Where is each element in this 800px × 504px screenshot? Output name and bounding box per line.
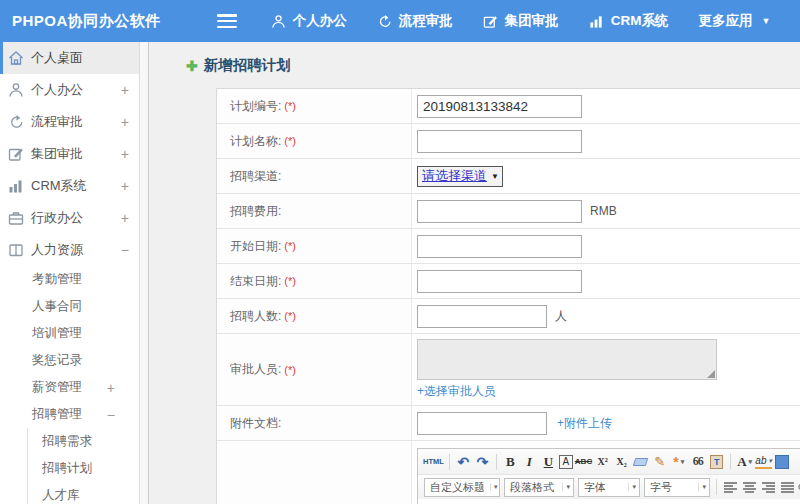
top-menu: 个人办公 流程审批 集团审批 CRM系统 更多应用 ▼	[271, 12, 771, 30]
nav-crm-system[interactable]: CRM系统	[589, 12, 669, 30]
sidebar-item-salary[interactable]: 薪资管理+	[0, 374, 139, 401]
expand-icon[interactable]: +	[121, 82, 129, 98]
attachment-input[interactable]	[417, 412, 547, 435]
briefcase-icon	[8, 210, 24, 226]
align-center-icon[interactable]	[741, 478, 758, 497]
italic-icon[interactable]: I	[521, 452, 538, 471]
format-painter-icon[interactable]: ✎	[651, 452, 668, 471]
custom-title-select[interactable]: 自定义标题▾	[424, 478, 500, 497]
sidebar-item-recruit-demand[interactable]: 招聘需求	[0, 428, 139, 455]
align-left-icon[interactable]	[722, 478, 739, 497]
sidebar-item-rewards[interactable]: 奖惩记录	[0, 347, 139, 374]
bold-icon[interactable]: B	[502, 452, 519, 471]
eraser-icon[interactable]	[632, 452, 649, 471]
plan-name-input[interactable]	[417, 130, 582, 153]
sidebar-item-recruit-mgmt[interactable]: 招聘管理−	[0, 401, 139, 428]
channel-select[interactable]: 请选择渠道 ▼	[417, 166, 503, 187]
app-logo: PHPOA协同办公软件	[0, 12, 171, 31]
sidebar-item-crm-system[interactable]: CRM系统 +	[0, 170, 139, 202]
font-color-icon[interactable]: A▾	[736, 452, 753, 471]
sidebar-item-group-approval[interactable]: 集团审批 +	[0, 138, 139, 170]
redo-icon[interactable]: ↷	[474, 452, 491, 471]
collapse-icon[interactable]: −	[107, 407, 115, 423]
expand-icon[interactable]: +	[121, 114, 129, 130]
editor-content-area[interactable]	[418, 499, 800, 504]
sidebar-item-recruit-plan[interactable]: 招聘计划	[0, 455, 139, 482]
recruit-submenu: 招聘需求 招聘计划 人才库	[0, 428, 139, 504]
align-justify-icon[interactable]	[779, 478, 796, 497]
superscript-icon[interactable]: X²	[594, 452, 611, 471]
home-icon	[8, 50, 24, 66]
row-recruit-channel: 招聘渠道: 请选择渠道 ▼	[217, 159, 800, 194]
sidebar-item-attendance[interactable]: 考勤管理	[0, 266, 139, 293]
edit-icon	[483, 14, 498, 29]
subscript-icon[interactable]: X₂	[613, 452, 630, 471]
nav-label: 更多应用	[699, 12, 753, 30]
row-recruit-fee: 招聘费用: RMB	[217, 194, 800, 229]
sidebar-scrollbar[interactable]	[140, 42, 149, 504]
add-icon: ✚	[186, 59, 198, 73]
row-end-date: 结束日期:(*)	[217, 264, 800, 299]
highlight-color-icon[interactable]: ab▾	[755, 455, 772, 469]
paragraph-format-select[interactable]: 段落格式▾	[504, 478, 574, 497]
blockquote-icon[interactable]: 66	[689, 452, 706, 471]
sidebar-item-personal-desktop[interactable]: 个人桌面	[0, 42, 139, 74]
hr-submenu: 考勤管理 人事合同 培训管理 奖惩记录 薪资管理+ 招聘管理−	[0, 266, 139, 428]
row-plan-name: 计划名称:(*)	[217, 124, 800, 159]
fee-input[interactable]	[417, 200, 582, 223]
book-icon	[8, 242, 24, 258]
expand-icon[interactable]: +	[121, 146, 129, 162]
undo-icon[interactable]: ↶	[455, 452, 472, 471]
bar-chart-icon	[589, 14, 604, 29]
sidebar-item-human-resources[interactable]: 人力资源 −	[0, 234, 139, 266]
sidebar-item-workflow-approval[interactable]: 流程审批 +	[0, 106, 139, 138]
approvers-textarea[interactable]	[417, 339, 717, 380]
flow-arrow-icon	[8, 114, 24, 130]
expand-icon[interactable]: +	[121, 178, 129, 194]
sidebar-item-talent-pool[interactable]: 人才库	[0, 482, 139, 504]
strikethrough-icon[interactable]: ABC	[575, 452, 592, 471]
row-headcount: 招聘人数:(*) 人	[217, 299, 800, 334]
page-title-text: 新增招聘计划	[204, 56, 291, 75]
paste-icon[interactable]: T	[708, 452, 725, 471]
caret-down-icon: ▼	[491, 172, 499, 181]
start-date-input[interactable]	[417, 235, 582, 258]
auto-typeset-icon[interactable]: *▾	[670, 452, 687, 471]
sidebar-item-personal-office[interactable]: 个人办公 +	[0, 74, 139, 106]
font-border-icon[interactable]: A	[559, 455, 573, 469]
currency-suffix: RMB	[590, 204, 617, 218]
sidebar-item-training[interactable]: 培训管理	[0, 320, 139, 347]
nav-personal-office[interactable]: 个人办公	[271, 12, 347, 30]
row-approvers: 审批人员:(*) +选择审批人员	[217, 334, 800, 406]
html-source-button[interactable]: HTML	[423, 452, 444, 471]
plan-number-input[interactable]	[417, 95, 582, 118]
row-plan-number: 计划编号:(*)	[217, 89, 800, 124]
headcount-input[interactable]	[417, 305, 547, 328]
row-start-date: 开始日期:(*)	[217, 229, 800, 264]
nav-label: 集团审批	[505, 12, 559, 30]
hamburger-menu-icon[interactable]	[217, 14, 237, 28]
font-family-select[interactable]: 字体▾	[578, 478, 640, 497]
user-icon	[8, 82, 24, 98]
end-date-input[interactable]	[417, 270, 582, 293]
attachment-upload-link[interactable]: +附件上传	[557, 415, 612, 432]
caret-down-icon: ▼	[762, 16, 771, 26]
nav-label: 个人办公	[293, 12, 347, 30]
align-right-icon[interactable]	[760, 478, 777, 497]
bar-chart-icon	[8, 178, 24, 194]
sidebar-item-hr-contract[interactable]: 人事合同	[0, 293, 139, 320]
expand-icon[interactable]: +	[107, 380, 115, 396]
sidebar: 个人桌面 个人办公 + 流程审批 + 集团审批 + CRM系统 +	[0, 42, 140, 504]
collapse-icon[interactable]: −	[121, 242, 129, 258]
font-size-select[interactable]: 字号▾	[644, 478, 710, 497]
emotion-icon[interactable]	[775, 455, 789, 469]
underline-icon[interactable]: U	[540, 452, 557, 471]
nav-group-approval[interactable]: 集团审批	[483, 12, 559, 30]
select-approvers-link[interactable]: +选择审批人员	[417, 383, 496, 400]
nav-more-apps[interactable]: 更多应用 ▼	[699, 12, 771, 30]
expand-icon[interactable]: +	[121, 210, 129, 226]
sidebar-item-admin-office[interactable]: 行政办公 +	[0, 202, 139, 234]
editor-toolbar-row2: 自定义标题▾ 段落格式▾ 字体▾ 字号▾	[418, 474, 800, 499]
nav-workflow-approval[interactable]: 流程审批	[377, 12, 453, 30]
flow-arrow-icon	[377, 14, 392, 29]
